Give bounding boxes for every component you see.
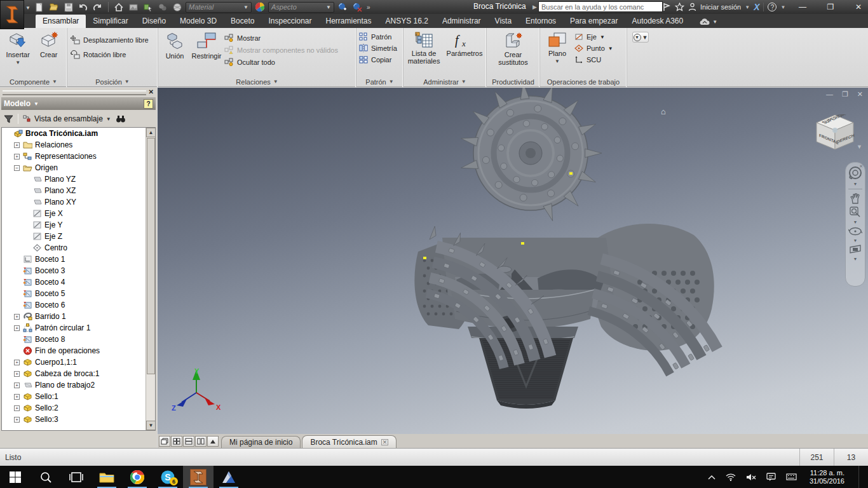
taskbar-task-view-button[interactable] bbox=[61, 466, 92, 488]
crear-sustitutos-button[interactable]: Crear sustitutos bbox=[492, 30, 534, 66]
doc-tab-mi-pa-gina-de-inicio[interactable]: Mi página de inicio bbox=[221, 436, 301, 448]
color-wheel-icon[interactable] bbox=[254, 1, 266, 13]
plano-button[interactable]: Plano ▼ bbox=[543, 30, 572, 64]
taskbar-inventor-button[interactable] bbox=[183, 466, 214, 488]
ribbon-tab-ensamblar[interactable]: Ensamblar bbox=[36, 15, 86, 28]
scroll-down-arrow[interactable]: ▼ bbox=[146, 421, 156, 430]
search-collapse-arrow[interactable]: ▶ bbox=[532, 4, 537, 10]
taskbar-start-button[interactable] bbox=[0, 466, 31, 488]
taskbar-skype-button[interactable]: S6 bbox=[153, 466, 183, 488]
tree-expand-box[interactable]: + bbox=[14, 405, 20, 411]
select-component-icon[interactable] bbox=[142, 1, 154, 13]
ribbon-tab-vista[interactable]: Vista bbox=[488, 15, 519, 28]
component-opacity-icon[interactable] bbox=[156, 1, 169, 13]
tree-scrollbar[interactable]: ▲ ▼ bbox=[146, 128, 155, 430]
union-button[interactable]: Unión bbox=[161, 30, 189, 60]
tree-expand-box[interactable]: + bbox=[14, 314, 20, 320]
productividad-group-footer[interactable]: Productividad bbox=[487, 76, 539, 87]
tray-chevron-up-icon[interactable] bbox=[708, 475, 715, 480]
tree-item-centro[interactable]: Centro bbox=[2, 242, 155, 254]
ribbon-tab-entornos[interactable]: Entornos bbox=[519, 15, 563, 28]
tile-windows-icon[interactable] bbox=[171, 436, 182, 447]
a360-cloud-menu[interactable]: ▼ bbox=[699, 18, 717, 28]
redo-icon[interactable] bbox=[92, 1, 104, 13]
doc-tab-broca-trico-nica-iam[interactable]: Broca Tricónica.iam✕ bbox=[302, 435, 397, 448]
ribbon-tab-ansys-16-2[interactable]: ANSYS 16.2 bbox=[379, 15, 435, 28]
aspect-combo[interactable]: Aspecto▼ bbox=[268, 2, 334, 13]
window-close-button[interactable]: ✕ bbox=[853, 3, 864, 11]
tree-item-patro-n-circular-1[interactable]: +Patrón circular 1 bbox=[2, 322, 155, 334]
look-at-icon[interactable] bbox=[848, 244, 862, 254]
filter-icon[interactable] bbox=[4, 115, 13, 123]
tree-expand-box[interactable]: + bbox=[14, 325, 20, 331]
help-icon[interactable]: ? bbox=[768, 3, 776, 11]
tree-item-cuerpo1-1-1[interactable]: +Cuerpo1,1:1 bbox=[2, 356, 155, 368]
save-icon[interactable] bbox=[62, 1, 75, 13]
insertar-caret[interactable]: ▼ bbox=[15, 60, 20, 65]
panel-help-icon[interactable]: ? bbox=[144, 99, 153, 109]
tree-expand-box[interactable]: + bbox=[14, 371, 20, 377]
scu-button[interactable]: SCU bbox=[574, 56, 613, 64]
operaciones-group-footer[interactable]: Operaciones de trabajo bbox=[540, 76, 627, 87]
simetria-button[interactable]: Simetría bbox=[359, 44, 397, 52]
tree-expand-box[interactable]: + bbox=[14, 154, 20, 159]
plano-caret[interactable]: ▼ bbox=[555, 58, 560, 64]
tree-expand-box[interactable]: + bbox=[14, 417, 20, 423]
taskbar-clock[interactable]: 11:28 a. m. 31/05/2016 bbox=[810, 469, 844, 485]
tree-item-sello-1[interactable]: +Sello:1 bbox=[2, 391, 155, 402]
pennant-icon[interactable] bbox=[662, 3, 671, 11]
mostrar-button[interactable]: Mostrar bbox=[224, 34, 338, 42]
adjust-material-icon[interactable] bbox=[336, 1, 349, 13]
tree-item-eje-y[interactable]: Eje Y bbox=[2, 219, 155, 231]
tree-item-plano-de-trabajo2[interactable]: +Plano de trabajo2 bbox=[2, 379, 155, 391]
tree-expand-box[interactable]: + bbox=[14, 360, 20, 365]
punto-button[interactable]: Punto▼ bbox=[574, 44, 613, 52]
tree-expand-box[interactable]: + bbox=[14, 383, 20, 388]
doc-tab-close-icon[interactable]: ✕ bbox=[381, 439, 389, 445]
panel-header[interactable]: Modelo ▼ ? bbox=[1, 97, 156, 110]
help-caret[interactable]: ▼ bbox=[780, 4, 785, 10]
viewcube-home-icon[interactable]: ⌂ bbox=[661, 107, 666, 116]
material-combo[interactable]: Material▼ bbox=[186, 2, 252, 13]
wheel-caret[interactable]: ▼ bbox=[853, 182, 858, 186]
navbar-close-icon[interactable]: ✕ bbox=[859, 164, 863, 169]
rotacion-libre-button[interactable]: Rotación libre bbox=[70, 50, 149, 59]
undo-icon[interactable] bbox=[77, 1, 90, 13]
navbar-menu-caret[interactable]: ▼ bbox=[853, 257, 858, 261]
exchange-apps-icon[interactable]: X bbox=[754, 2, 759, 12]
cascade-windows-icon[interactable] bbox=[159, 436, 170, 447]
render-icon[interactable] bbox=[127, 1, 140, 13]
componente-group-footer[interactable]: Componente▼ bbox=[0, 76, 67, 87]
administrar-group-footer[interactable]: Administrar▼ bbox=[403, 76, 486, 87]
tree-item-boceto-6[interactable]: Boceto 6 bbox=[2, 299, 155, 311]
clear-overrides-icon[interactable] bbox=[351, 1, 363, 13]
ribbon-tab-simplificar[interactable]: Simplificar bbox=[86, 15, 135, 28]
action-center-icon[interactable] bbox=[766, 473, 776, 481]
taskbar-chrome-button[interactable] bbox=[122, 466, 153, 488]
tree-item-boceto-8[interactable]: Boceto 8 bbox=[2, 334, 155, 345]
sign-in-button[interactable]: Iniciar sesión bbox=[700, 3, 741, 11]
touch-keyboard-icon[interactable] bbox=[786, 473, 797, 480]
tree-item-cabeza-de-broca-1[interactable]: +Cabeza de broca:1 bbox=[2, 368, 155, 379]
viewport-3d[interactable]: — ❐ ✕ bbox=[158, 88, 868, 434]
desplazamiento-libre-button[interactable]: Desplazamiento libre bbox=[70, 36, 149, 44]
search-binoculars-icon[interactable] bbox=[116, 115, 126, 123]
tree-item-boceto-1[interactable]: Boceto 1 bbox=[2, 254, 155, 265]
home-icon[interactable] bbox=[112, 1, 125, 13]
tile-vertical-icon[interactable] bbox=[195, 436, 207, 447]
scroll-up-arrow[interactable]: ▲ bbox=[146, 128, 156, 137]
ribbon-tab-administrar[interactable]: Administrar bbox=[435, 15, 488, 28]
ribbon-tab-disen-o[interactable]: Diseño bbox=[135, 15, 173, 28]
tile-horizontal-icon[interactable] bbox=[183, 436, 194, 447]
tree-item-boceto-5[interactable]: Boceto 5 bbox=[2, 288, 155, 299]
zoom-icon[interactable] bbox=[849, 206, 862, 219]
tree-item-boceto-4[interactable]: Boceto 4 bbox=[2, 276, 155, 288]
ribbon-tab-modelo-3d[interactable]: Modelo 3D bbox=[173, 15, 224, 28]
insertar-button[interactable]: Insertar ▼ bbox=[3, 30, 34, 65]
volume-muted-icon[interactable] bbox=[746, 473, 756, 481]
window-minimize-button[interactable]: — bbox=[797, 3, 808, 11]
tree-item-eje-z[interactable]: Eje Z bbox=[2, 231, 155, 242]
viewcube[interactable]: SUPERIOR FRONTAL DERECHA bbox=[815, 114, 855, 151]
ribbon-collapse-button[interactable]: ▼ ▼ bbox=[632, 32, 649, 43]
crear-button[interactable]: Crear bbox=[34, 30, 65, 58]
